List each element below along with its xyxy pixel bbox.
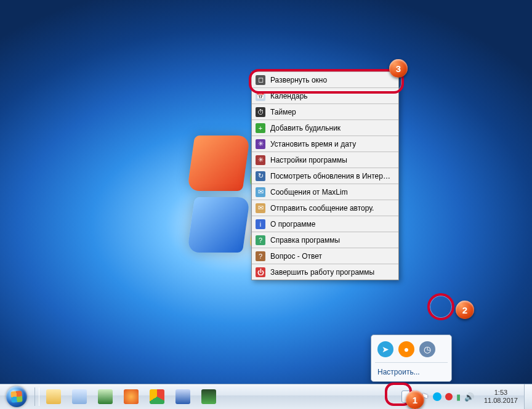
- clock-date: 11.08.2017: [484, 397, 518, 405]
- show-desktop-button[interactable]: [524, 384, 532, 409]
- menu-item[interactable]: ✳Установить время и дату: [252, 136, 398, 152]
- chrome-icon-glyph: [150, 389, 164, 404]
- menu-item-label: Настройки программы: [270, 156, 393, 164]
- menu-item-label: Календарь: [270, 92, 393, 100]
- chevron-up-icon: ▲: [406, 394, 413, 400]
- tray-overflow-button[interactable]: ▲: [401, 391, 417, 403]
- menu-item-label: Отправить сообщение автору.: [270, 204, 393, 213]
- menu-item-icon: i: [256, 219, 265, 229]
- menu-item-label: Таймер: [270, 108, 393, 116]
- start-button[interactable]: [0, 384, 33, 409]
- word-icon[interactable]: [171, 387, 195, 407]
- tray-context-menu: ◻Развернуть окно📅Календарь⏱Таймер+Добави…: [251, 71, 399, 280]
- firefox-icon-glyph: [124, 389, 139, 404]
- menu-item-label: Завершить работу программы: [270, 268, 393, 277]
- menu-item-icon: ⏻: [256, 267, 265, 277]
- menu-item[interactable]: ◻Развернуть окно: [252, 72, 398, 88]
- close-tray-icon[interactable]: [445, 393, 453, 400]
- firefox-icon[interactable]: [119, 387, 143, 407]
- explorer-icon[interactable]: [41, 387, 66, 407]
- chrome-icon[interactable]: [145, 387, 169, 407]
- taskmgr-icon-glyph: [201, 389, 216, 404]
- skype-tray-icon[interactable]: [433, 392, 441, 401]
- menu-item[interactable]: 📅Календарь: [252, 88, 398, 104]
- action-center-icon[interactable]: ⚑: [421, 392, 429, 402]
- menu-item-label: О программе: [270, 220, 393, 229]
- menu-item[interactable]: ↻Посмотреть обновления в Интернете: [252, 168, 398, 184]
- menu-item-icon: ✳: [256, 155, 265, 165]
- explorer-icon-glyph: [46, 389, 61, 404]
- word-icon-glyph: [175, 389, 190, 404]
- excel-icon-glyph: [98, 389, 113, 404]
- notepad-icon[interactable]: [67, 387, 92, 407]
- menu-item-icon: ?: [256, 251, 265, 261]
- volume-icon[interactable]: 🔊: [464, 392, 474, 402]
- menu-item-icon: ◻: [256, 75, 265, 85]
- menu-item[interactable]: ?Вопрос - Ответ: [252, 248, 398, 264]
- tray-overflow-popup: ➤●◷ Настроить...: [371, 334, 452, 382]
- notepad-icon-glyph: [72, 389, 87, 404]
- telegram-icon[interactable]: ➤: [377, 341, 393, 357]
- taskmgr-icon[interactable]: [196, 387, 221, 407]
- menu-item-label: Посмотреть обновления в Интернете: [270, 172, 393, 180]
- menu-item-label: Развернуть окно: [270, 76, 393, 84]
- menu-item[interactable]: +Добавить будильник: [252, 120, 398, 136]
- menu-item-icon: ?: [256, 235, 265, 245]
- taskbar: ▲ ⚑ ▮ 🔊 1:53 11.08.2017: [0, 384, 532, 409]
- menu-item-label: Вопрос - Ответ: [270, 252, 393, 261]
- network-icon[interactable]: ▮: [456, 392, 461, 402]
- menu-item-icon: 📅: [256, 91, 265, 101]
- excel-icon[interactable]: [93, 387, 118, 407]
- menu-item-label: Сообщения от MaxLim: [270, 188, 393, 196]
- menu-item-icon: ↻: [256, 171, 265, 181]
- menu-item[interactable]: ?Справка программы: [252, 232, 398, 248]
- menu-item-icon: +: [256, 123, 265, 133]
- menu-item-label: Справка программы: [270, 236, 393, 245]
- menu-item-icon: ✉: [256, 203, 265, 213]
- taskbar-separator: [34, 387, 39, 406]
- tray-configure-link[interactable]: Настроить...: [375, 362, 448, 378]
- menu-item[interactable]: ✉Сообщения от MaxLim: [252, 184, 398, 200]
- menu-item[interactable]: ✉Отправить сообщение автору.: [252, 200, 398, 216]
- start-orb-icon: [6, 386, 27, 407]
- taskbar-clock[interactable]: 1:53 11.08.2017: [478, 389, 524, 405]
- menu-item[interactable]: ✳Настройки программы: [252, 152, 398, 168]
- menu-item-label: Установить время и дату: [270, 140, 393, 148]
- menu-item-icon: ✳: [256, 139, 265, 149]
- menu-item[interactable]: ⏱Таймер: [252, 104, 398, 120]
- menu-item[interactable]: ⏻Завершить работу программы: [252, 264, 398, 280]
- clock-app-icon[interactable]: ◷: [419, 341, 435, 357]
- avast-icon[interactable]: ●: [398, 341, 414, 357]
- menu-item[interactable]: iО программе: [252, 216, 398, 232]
- menu-item-label: Добавить будильник: [270, 124, 393, 132]
- menu-item-icon: ✉: [256, 187, 265, 197]
- clock-time: 1:53: [484, 389, 518, 397]
- menu-item-icon: ⏱: [256, 107, 265, 117]
